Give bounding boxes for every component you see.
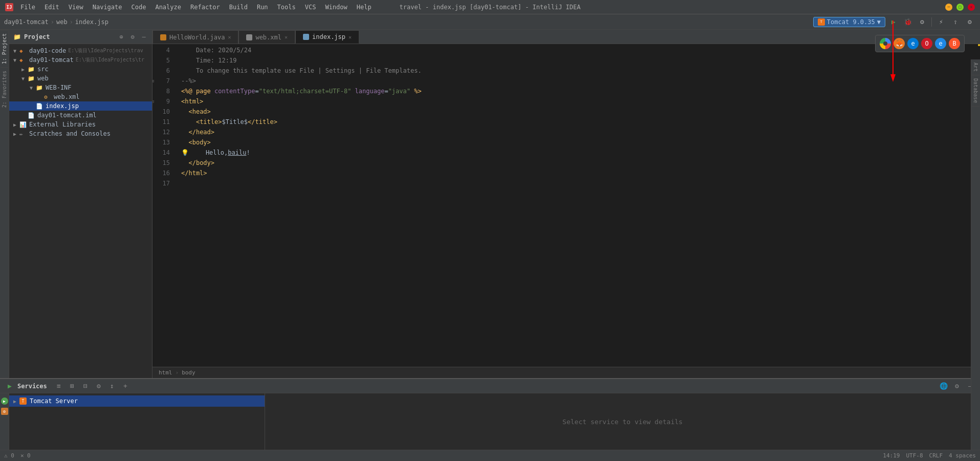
tomcat-service-icon: T — [19, 397, 27, 405]
debug-button[interactable]: 🐞 — [902, 16, 914, 28]
sidebar-item-project[interactable]: 1: Project — [1, 30, 8, 67]
service-item-tomcat[interactable]: ▶ T Tomcat Server — [9, 395, 265, 407]
right-label-art[interactable]: Art — [972, 59, 979, 75]
tree-item-ext-libs[interactable]: ▶ 📊 External Libraries — [9, 120, 152, 129]
profile-button[interactable]: ⚡ — [935, 16, 947, 28]
code-line-4: Date: 2020/5/24 — [181, 45, 976, 55]
panel-gear-button[interactable]: ⊕ — [117, 33, 125, 41]
code-line-15: </body> — [181, 158, 976, 168]
right-label-database[interactable]: Database — [972, 75, 979, 107]
tab-webxml[interactable]: web.xml ✕ — [238, 30, 295, 44]
services-expand-button[interactable]: ⊞ — [67, 381, 78, 392]
tree-item-scratches[interactable]: ▶ ✏ Scratches and Consoles — [9, 129, 152, 138]
tree-item-indexjsp[interactable]: 📄 index.jsp — [9, 101, 152, 111]
tab-label-helloworld: HelloWorld.java — [169, 34, 225, 41]
minimize-button[interactable]: ─ — [945, 4, 952, 11]
menu-analyze[interactable]: Analyze — [151, 2, 185, 12]
toolbar-right: T Tomcat 9.0.35 ▼ ▶ 🐞 ⚙ ⚡ ⇧ ⚙ — [813, 16, 976, 28]
line-numbers: 4 5 6 7⊞ 8 9⊟ 10⊟ 11 12⊟ 13⊟ 14 15⊟ 16 1… — [153, 44, 177, 367]
code-area[interactable]: Date: 2020/5/24 Time: 12:19 To change th… — [177, 44, 976, 367]
menu-vcs[interactable]: VCS — [301, 2, 320, 12]
tree-item-webinf[interactable]: ▼ 📁 WEB-INF — [9, 83, 152, 92]
tree-label-web: web — [37, 75, 49, 82]
edge-browser-icon[interactable]: e — [907, 38, 919, 49]
tree-item-src[interactable]: ▶ 📁 src — [9, 65, 152, 74]
status-errors[interactable]: ✕ 0 — [20, 452, 31, 459]
tree-item-webxml[interactable]: ⚙ web.xml — [9, 92, 152, 101]
services-run-button[interactable]: ▶ — [4, 381, 15, 392]
menu-code[interactable]: Code — [127, 2, 150, 12]
breadcrumb-file[interactable]: index.jsp — [75, 18, 108, 26]
status-warnings[interactable]: ⚠ 0 — [4, 452, 14, 459]
services-settings-button[interactable]: ⚙ — [951, 381, 963, 392]
run-button[interactable]: ▶ — [887, 16, 900, 28]
breadcrumb-folder[interactable]: web — [56, 18, 68, 26]
menu-window[interactable]: Window — [321, 2, 351, 12]
file-icon-webxml: ⚙ — [44, 94, 52, 100]
menu-navigate[interactable]: Navigate — [89, 2, 126, 12]
tab-helloworld[interactable]: HelloWorld.java ✕ — [153, 30, 238, 44]
run-config-label: Tomcat 9.0.35 — [827, 18, 875, 26]
tree-label-webxml: web.xml — [54, 93, 80, 100]
tree-item-day01-code[interactable]: ▼ ◆ day01-code E:\项目\IdeaProjects\trav — [9, 46, 152, 55]
menu-file[interactable]: File — [16, 2, 39, 12]
panel-collapse-button[interactable]: — — [140, 33, 148, 41]
settings-button[interactable]: ⚙ — [964, 16, 976, 28]
window-title: travel - index.jsp [day01-tomcat] - Inte… — [399, 4, 580, 11]
services-add-button[interactable]: + — [120, 381, 131, 392]
menu-tools[interactable]: Tools — [273, 2, 300, 12]
app-icon: IJ — [5, 3, 13, 11]
line-9: 9⊟ — [153, 96, 173, 107]
run-config-button[interactable]: T Tomcat 9.0.35 ▼ — [813, 17, 885, 27]
folder-icon-webinf: 📁 — [36, 85, 44, 91]
services-run-indicator[interactable]: ▶ — [1, 397, 8, 405]
brave-browser-icon[interactable]: B — [949, 38, 960, 49]
opera-browser-icon[interactable]: O — [921, 38, 932, 49]
tab-close-webxml[interactable]: ✕ — [285, 34, 288, 40]
tree-label-webinf: WEB-INF — [46, 84, 72, 91]
tree-item-web[interactable]: ▼ 📁 web — [9, 74, 152, 83]
java-file-icon — [160, 34, 166, 40]
tree-path-day01-tomcat: E:\项目\IdeaProjects\tr — [76, 56, 144, 64]
search-everywhere-button[interactable]: ⇧ — [949, 16, 962, 28]
services-sort-button[interactable]: ↕ — [106, 381, 118, 392]
chrome-browser-icon[interactable] — [880, 38, 891, 49]
services-filter-button[interactable]: ⚙ — [93, 381, 104, 392]
menu-refactor[interactable]: Refactor — [186, 2, 224, 12]
menu-help[interactable]: Help — [353, 2, 376, 12]
coverage-button[interactable]: ⚙ — [916, 16, 928, 28]
tree-arrow-src: ▶ — [21, 67, 28, 72]
services-world-button[interactable]: 🌐 — [938, 381, 949, 392]
maximize-button[interactable]: □ — [956, 4, 964, 11]
browser-panel: 🦊 e O e B — [875, 35, 965, 52]
menu-build[interactable]: Build — [225, 2, 252, 12]
services-gear-indicator[interactable]: ⚙ — [1, 408, 8, 415]
tree-label-indexjsp: index.jsp — [46, 102, 79, 110]
tab-label-indexjsp: index.jsp — [312, 33, 345, 40]
tree-arrow-ext-libs: ▶ — [13, 122, 19, 128]
tab-close-indexjsp[interactable]: ✕ — [349, 34, 352, 40]
status-encoding[interactable]: UTF-8 — [906, 452, 923, 459]
menu-view[interactable]: View — [64, 2, 88, 12]
tab-indexjsp[interactable]: index.jsp ✕ — [295, 30, 359, 44]
project-panel: 📁 Project ⊕ ⚙ — ▼ ◆ day01-code E:\项目\Ide… — [9, 30, 153, 378]
sidebar-item-favorites[interactable]: 2: Favorites — [1, 67, 8, 111]
panel-settings-button[interactable]: ⚙ — [128, 33, 137, 41]
tree-arrow-scratches: ▶ — [13, 131, 19, 137]
status-indent[interactable]: 4 spaces — [949, 452, 976, 459]
tab-close-helloworld[interactable]: ✕ — [228, 34, 231, 40]
close-button[interactable]: ✕ — [968, 4, 975, 11]
ie-browser-icon[interactable]: e — [935, 38, 946, 49]
tree-item-day01-tomcat[interactable]: ▼ ◆ day01-tomcat E:\项目\IdeaProjects\tr — [9, 55, 152, 65]
tree-item-iml[interactable]: 📄 day01-tomcat.iml — [9, 111, 152, 120]
services-collapse-button[interactable]: ≡ — [53, 381, 64, 392]
firefox-browser-icon[interactable]: 🦊 — [894, 38, 905, 49]
services-group-button[interactable]: ⊟ — [80, 381, 91, 392]
line-13: 13⊟ — [153, 137, 173, 148]
menu-run[interactable]: Run — [253, 2, 272, 12]
tree-arrow-web: ▼ — [21, 76, 28, 81]
status-line-sep[interactable]: CRLF — [929, 452, 943, 459]
menu-edit[interactable]: Edit — [40, 2, 63, 12]
status-line-col[interactable]: 14:19 — [883, 452, 900, 459]
breadcrumb-project[interactable]: day01-tomcat — [4, 18, 49, 26]
